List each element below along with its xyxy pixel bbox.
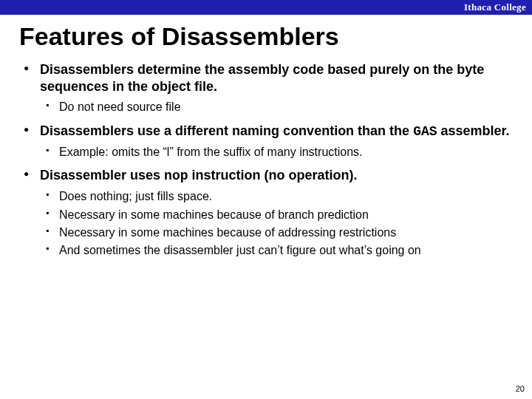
- bullet-1: Disassemblers determine the assembly cod…: [21, 61, 511, 115]
- content-area: Disassemblers determine the assembly cod…: [0, 61, 532, 259]
- bullet-1-sub-1: Do not need source file: [40, 100, 511, 115]
- bullet-2: Disassemblers use a different naming con…: [21, 123, 511, 160]
- bullet-3-sub-4: And sometimes the disassembler just can’…: [40, 243, 511, 258]
- bullet-1-text: Disassemblers determine the assembly cod…: [40, 62, 484, 94]
- bullet-3-sub-3: Necessary in some machines because of ad…: [40, 225, 511, 240]
- bullet-2-sub-1: Example: omits the “l” from the suffix o…: [40, 145, 511, 160]
- bullet-3-sub-1: Does nothing; just fills space.: [40, 189, 511, 204]
- header-text: Ithaca College: [464, 1, 526, 13]
- slide-title: Features of Disassemblers: [0, 15, 532, 61]
- bullet-3-sub-2: Necessary in some machines because of br…: [40, 208, 511, 222]
- page-number: 20: [516, 384, 525, 393]
- bullet-3-code: nop: [164, 168, 188, 183]
- slide: Ithaca College Features of Disassemblers…: [0, 0, 532, 399]
- bullet-2-text-b: assembler.: [441, 123, 510, 138]
- header-bar: Ithaca College: [0, 0, 532, 15]
- bullet-3: Disassembler uses nop instruction (no op…: [21, 167, 511, 259]
- bullet-2-code: GAS: [413, 124, 437, 139]
- bullet-3-text-a: Disassembler uses: [40, 168, 164, 183]
- bullet-3-text-b: instruction (no operation).: [192, 168, 358, 183]
- bullet-2-text-a: Disassemblers use a different naming con…: [40, 123, 413, 138]
